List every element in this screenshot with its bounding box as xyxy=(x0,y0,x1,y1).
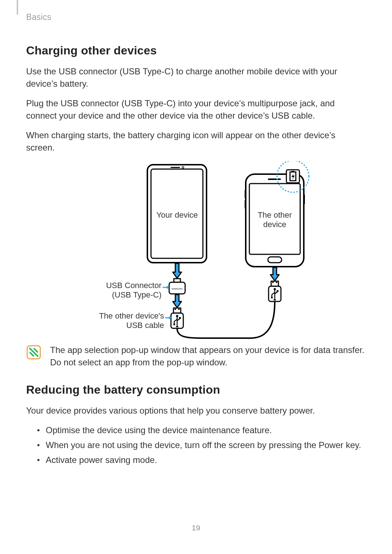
list-item: Activate power saving mode. xyxy=(37,454,366,466)
arrow-up-right-icon xyxy=(270,267,279,281)
note-text: The app selection pop-up window that app… xyxy=(50,344,366,369)
page-number: 19 xyxy=(0,524,392,532)
usb-connector-label-1: USB Connector xyxy=(106,281,162,290)
bullet-list: Optimise the device using the device mai… xyxy=(26,424,366,466)
svg-text:SAMSUNG: SAMSUNG xyxy=(172,288,183,290)
svg-rect-19 xyxy=(175,309,176,310)
diagram-svg: Your device The other device xyxy=(69,161,323,339)
svg-rect-8 xyxy=(245,190,246,198)
svg-rect-6 xyxy=(268,178,281,180)
note-icon xyxy=(26,345,41,360)
svg-rect-14 xyxy=(291,171,294,172)
other-device-label-1: The other xyxy=(258,210,292,219)
svg-rect-10 xyxy=(304,194,305,204)
svg-rect-26 xyxy=(272,282,274,283)
usb-connector-label-2: (USB Type-C) xyxy=(112,290,162,299)
other-device-label-2: device xyxy=(263,220,286,229)
note-row: The app selection pop-up window that app… xyxy=(26,344,366,369)
usb-plug-left-icon xyxy=(171,308,183,328)
other-cable-label-2: USB cable xyxy=(126,321,164,330)
arrow-up-mid-icon xyxy=(173,295,181,308)
svg-rect-9 xyxy=(245,200,246,208)
charging-diagram: Your device The other device xyxy=(26,161,366,339)
svg-rect-2 xyxy=(171,167,180,168)
list-item: Optimise the device using the device mai… xyxy=(37,424,366,436)
svg-point-33 xyxy=(167,286,169,289)
para3: When charging starts, the battery chargi… xyxy=(26,129,366,154)
usb-connector-icon: SAMSUNG xyxy=(169,279,185,294)
list-item: When you are not using the device, turn … xyxy=(37,439,366,451)
your-device-label: Your device xyxy=(156,210,198,219)
cable-path-icon xyxy=(177,301,275,338)
pointer-usb-connector-icon xyxy=(163,286,169,289)
svg-rect-7 xyxy=(268,257,282,263)
arrow-up-left-icon xyxy=(173,263,181,278)
pointer-other-cable-icon xyxy=(165,317,171,319)
svg-rect-24 xyxy=(179,317,181,319)
svg-rect-20 xyxy=(178,309,180,310)
para2: Plug the USB connector (USB Type-C) into… xyxy=(26,97,366,122)
page: Basics Charging other devices Use the US… xyxy=(0,0,392,554)
svg-point-35 xyxy=(169,317,171,319)
heading-charging-other-devices: Charging other devices xyxy=(26,44,366,57)
section2-intro: Your device provides various options tha… xyxy=(26,405,366,417)
svg-rect-31 xyxy=(277,290,278,292)
breadcrumb: Basics xyxy=(26,12,366,22)
usb-plug-right-icon xyxy=(269,281,281,301)
svg-point-23 xyxy=(173,324,175,325)
svg-rect-27 xyxy=(276,282,277,283)
heading-reducing-battery: Reducing the battery consumption xyxy=(26,383,366,397)
para1: Use the USB connector (USB Type-C) to ch… xyxy=(26,65,366,90)
svg-point-30 xyxy=(271,297,273,299)
other-cable-label-1: The other device's xyxy=(99,311,164,320)
header-mark xyxy=(17,0,18,15)
